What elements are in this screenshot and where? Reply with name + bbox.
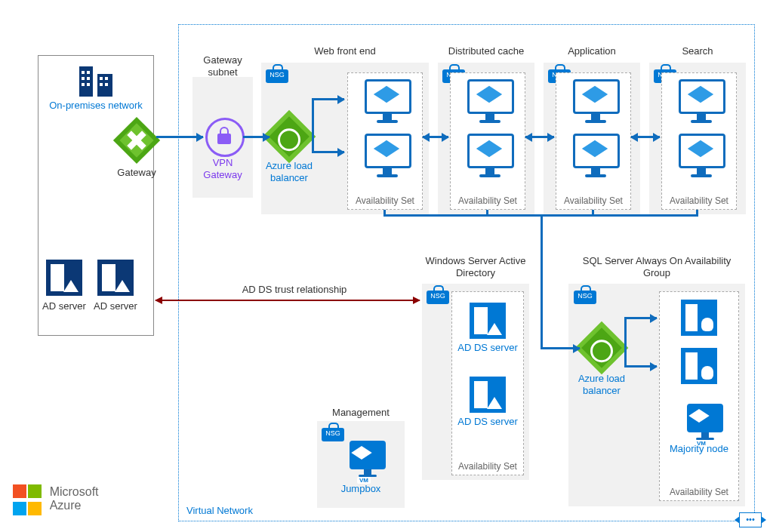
vm-icon xyxy=(467,134,513,179)
arrow-bus-to-sqllb xyxy=(541,347,580,349)
avail-label: Availability Set xyxy=(660,487,738,497)
sql-title: SQL Server Always On Availability Group xyxy=(568,255,745,278)
vm-icon xyxy=(467,79,513,125)
majority-node-vm-icon: VM xyxy=(682,404,728,449)
vnet-peering-icon: ••• xyxy=(739,512,762,527)
logo-text-2: Azure xyxy=(50,499,82,512)
connector-bus-v xyxy=(541,214,543,349)
onprem-title: On-premises network xyxy=(38,100,153,112)
web-availset: Availability Set xyxy=(347,72,423,210)
nsg-badge: NSG xyxy=(574,291,596,304)
ad-server-label: AD server xyxy=(37,300,91,312)
connector xyxy=(312,98,314,153)
sql-lb-label: Azure load balancer xyxy=(571,373,633,396)
vm-icon xyxy=(679,134,724,179)
arrow-app-search xyxy=(631,136,660,138)
avail-label: Availability Set xyxy=(451,195,525,206)
ad-ds-server-icon xyxy=(470,303,506,339)
arrow-sqllb-db2 xyxy=(627,365,657,367)
ad-ds-server-icon xyxy=(470,377,506,413)
avail-label: Availability Set xyxy=(452,461,523,472)
avail-label: Availability Set xyxy=(662,195,736,206)
adds-availset: AD DS server AD DS server Availability S… xyxy=(451,291,524,475)
arrow-lb-to-vm1 xyxy=(314,98,344,100)
cache-title: Distributed cache xyxy=(438,45,534,57)
search-availset: Availability Set xyxy=(661,72,737,210)
db-server-icon xyxy=(681,300,717,336)
arrow-vpn-to-lb xyxy=(243,136,270,138)
nsg-badge: NSG xyxy=(322,428,344,441)
vnet-label: Virtual Network xyxy=(186,505,253,516)
vpn-gateway-icon xyxy=(205,118,245,157)
arrow-sqllb-db1 xyxy=(627,317,657,319)
web-title: Web front end xyxy=(261,45,429,57)
cache-availset: Availability Set xyxy=(450,72,525,210)
arrow-web-cache xyxy=(423,136,448,138)
app-title: Application xyxy=(544,45,640,57)
vm-icon xyxy=(573,134,618,179)
sql-availset: VM Majority node Availability Set xyxy=(659,291,739,501)
avail-label: Availability Set xyxy=(556,195,630,206)
adds-label2: AD DS server xyxy=(452,416,523,428)
mgmt-title: Management xyxy=(317,407,405,419)
arrow-cache-app xyxy=(525,136,554,138)
arrow-trust-relationship xyxy=(156,300,420,301)
vm-icon xyxy=(365,134,410,179)
db-server-icon xyxy=(681,348,717,384)
nsg-badge: NSG xyxy=(427,291,449,304)
connector xyxy=(624,317,627,367)
vm-icon xyxy=(679,79,724,125)
vm-icon xyxy=(365,79,410,125)
jumpbox-label: Jumpbox xyxy=(317,483,405,495)
majority-label: Majority node xyxy=(660,443,738,455)
ad-server-label: AD server xyxy=(88,300,143,312)
gateway-subnet-title: Gateway subnet xyxy=(192,54,253,78)
adds-label1: AD DS server xyxy=(452,342,523,354)
nsg-badge: NSG xyxy=(266,69,288,83)
app-availset: Availability Set xyxy=(556,72,631,210)
ad-server-icon xyxy=(46,260,82,296)
arrow-lb-to-vm2 xyxy=(314,151,344,153)
search-title: Search xyxy=(649,45,746,57)
web-lb-label: Azure load balancer xyxy=(258,160,320,183)
vm-icon xyxy=(573,79,618,125)
trust-label: AD DS trust relationship xyxy=(219,284,370,296)
logo-text-1: Microsoft xyxy=(50,485,99,498)
microsoft-azure-logo: Microsoft Azure xyxy=(12,484,99,518)
connector-drop xyxy=(486,210,488,217)
connector-drop xyxy=(696,210,698,217)
connector-drop xyxy=(592,210,594,217)
jumpbox-vm-icon: VM xyxy=(345,441,390,486)
vpn-gateway-label: VPN Gateway xyxy=(192,157,253,180)
gateway-icon xyxy=(113,117,160,164)
gateway-label: Gateway xyxy=(108,167,165,179)
ad-server-icon xyxy=(97,260,134,296)
adds-title: Windows Server Active Directory xyxy=(419,255,532,278)
buildings-icon xyxy=(79,66,112,97)
arrow-onprem-to-vpn xyxy=(156,136,203,138)
connector-drop xyxy=(383,210,386,217)
onprem-network-box: On-premises network Gateway AD server AD… xyxy=(38,55,154,336)
avail-label: Availability Set xyxy=(348,195,422,206)
